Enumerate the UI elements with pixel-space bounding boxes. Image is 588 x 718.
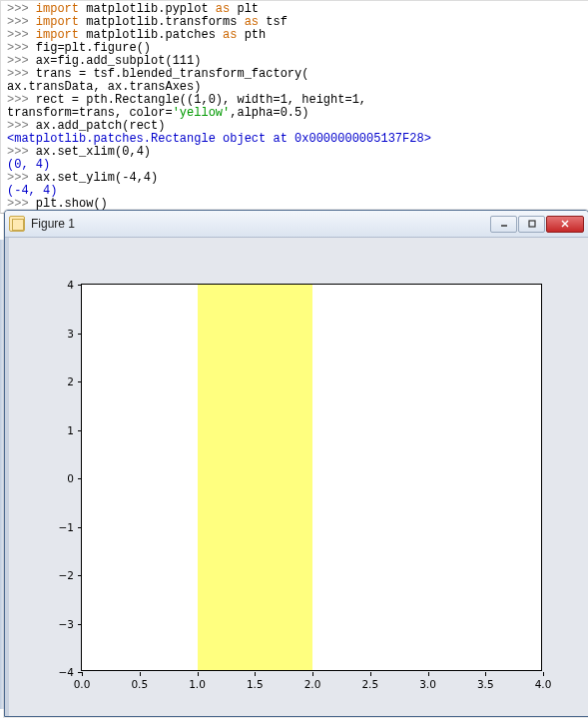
code-token: ,alpha=0.5) xyxy=(230,106,308,120)
y-tick-label: −1 xyxy=(48,521,74,533)
code-token: >>> xyxy=(7,54,36,68)
code-token: >>> xyxy=(7,67,36,81)
code-token: >>> xyxy=(7,119,36,133)
code-token: >>> xyxy=(7,197,36,211)
close-button[interactable] xyxy=(546,216,584,233)
code-token: import xyxy=(36,2,79,16)
x-tick xyxy=(428,672,429,676)
x-tick-label: 1.5 xyxy=(247,678,264,690)
highlight-rectangle xyxy=(198,285,313,670)
code-token: ax.set_xlim(0,4) xyxy=(36,145,151,159)
code-token: ax.transData, ax.transAxes) xyxy=(7,80,201,94)
code-token: ax=fig.add_subplot(111) xyxy=(36,54,202,68)
code-token: plt xyxy=(230,2,259,16)
code-token: transform=trans, color= xyxy=(7,106,173,120)
x-tick xyxy=(82,672,83,676)
code-token: trans = tsf.blended_transform_factory( xyxy=(36,67,309,81)
y-tick-label: 2 xyxy=(48,375,74,387)
code-token: as xyxy=(216,2,230,16)
code-token: >>> xyxy=(7,2,36,16)
x-tick-label: 0.0 xyxy=(74,678,91,690)
code-token: (0, 4) xyxy=(7,158,50,172)
code-token: fig=plt.figure() xyxy=(36,41,151,55)
y-tick-label: −4 xyxy=(48,666,74,678)
y-tick xyxy=(78,285,82,286)
y-tick-label: 0 xyxy=(48,472,74,484)
code-token: plt.show() xyxy=(36,197,108,211)
code-token: as xyxy=(245,15,259,29)
window-buttons xyxy=(489,216,584,233)
x-tick-label: 3.0 xyxy=(419,678,436,690)
python-console[interactable]: >>> import matplotlib.pyplot as plt>>> i… xyxy=(0,0,588,214)
code-token: >>> xyxy=(7,15,36,29)
code-token: >>> xyxy=(7,145,36,159)
app-icon xyxy=(9,216,25,232)
code-token: rect = pth.Rectangle((1,0), width=1, hei… xyxy=(36,93,366,107)
code-token: matplotlib.transforms xyxy=(79,15,245,29)
close-icon xyxy=(560,219,570,229)
minimize-button[interactable] xyxy=(490,216,517,233)
y-tick xyxy=(78,430,82,431)
code-token: >>> xyxy=(7,93,36,107)
svg-rect-1 xyxy=(529,221,535,227)
console-line: >>> ax.set_xlim(0,4) xyxy=(7,146,582,159)
axes: 0.00.51.01.52.02.53.03.54.0−4−3−2−101234 xyxy=(81,284,542,671)
code-token: import xyxy=(36,15,79,29)
x-tick-label: 2.5 xyxy=(361,678,378,690)
y-tick xyxy=(78,478,82,479)
y-tick xyxy=(78,334,82,335)
code-token: >>> xyxy=(7,28,36,42)
minimize-icon xyxy=(499,219,509,229)
x-tick xyxy=(198,672,199,676)
x-tick-label: 2.0 xyxy=(304,678,321,690)
y-tick xyxy=(78,575,82,576)
y-tick-label: −3 xyxy=(48,618,74,630)
y-tick-label: 1 xyxy=(48,424,74,436)
x-tick-label: 1.0 xyxy=(189,678,206,690)
x-tick xyxy=(543,672,544,676)
maximize-icon xyxy=(527,219,537,229)
figure-window: Figure 1 0.00.51.01.52.02.53.03.54.0−4−3… xyxy=(4,210,588,717)
code-token: >>> xyxy=(7,41,36,55)
y-tick-label: 3 xyxy=(48,328,74,340)
x-tick xyxy=(255,672,256,676)
y-tick xyxy=(78,672,82,673)
x-tick xyxy=(485,672,486,676)
console-line: >>> ax.set_ylim(-4,4) xyxy=(7,172,582,185)
code-token: matplotlib.pyplot xyxy=(79,2,216,16)
y-tick xyxy=(78,624,82,625)
code-token: >>> xyxy=(7,171,36,185)
code-token: ax.set_ylim(-4,4) xyxy=(36,171,158,185)
y-tick xyxy=(78,381,82,382)
x-tick-label: 0.5 xyxy=(131,678,148,690)
x-tick-label: 4.0 xyxy=(535,678,552,690)
code-token: pth xyxy=(237,28,266,42)
figure-body: 0.00.51.01.52.02.53.03.54.0−4−3−2−101234 xyxy=(5,238,588,716)
x-tick xyxy=(370,672,371,676)
x-tick-label: 3.5 xyxy=(477,678,494,690)
y-tick-label: 4 xyxy=(48,279,74,291)
maximize-button[interactable] xyxy=(518,216,545,233)
code-token: 'yellow' xyxy=(173,106,231,120)
code-token: (-4, 4) xyxy=(7,184,57,198)
x-tick xyxy=(312,672,313,676)
y-tick xyxy=(78,527,82,528)
plot-area: 0.00.51.01.52.02.53.03.54.0−4−3−2−101234 xyxy=(53,270,572,711)
code-token: ax.add_patch(rect) xyxy=(36,119,166,133)
code-token: as xyxy=(223,28,237,42)
code-token: matplotlib.patches xyxy=(79,28,223,42)
code-token: tsf xyxy=(259,15,288,29)
x-tick xyxy=(140,672,141,676)
window-titlebar[interactable]: Figure 1 xyxy=(5,211,588,238)
code-token: import xyxy=(36,28,79,42)
code-token: <matplotlib.patches.Rectangle object at … xyxy=(7,132,431,146)
y-tick-label: −2 xyxy=(48,569,74,581)
window-title: Figure 1 xyxy=(31,217,489,231)
